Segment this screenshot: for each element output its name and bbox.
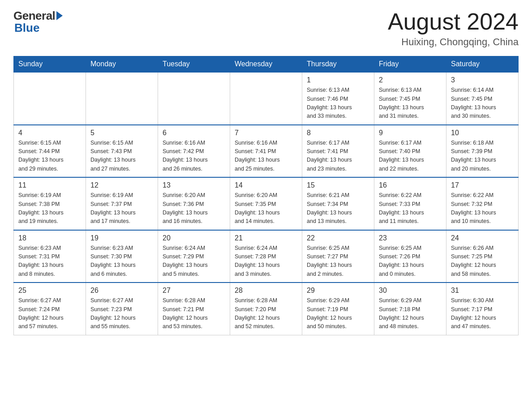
day-info: Sunrise: 6:20 AMSunset: 7:36 PMDaylight:… (163, 191, 225, 226)
calendar-cell: 31Sunrise: 6:30 AMSunset: 7:17 PMDayligh… (446, 283, 519, 335)
calendar-cell (158, 72, 230, 125)
calendar-cell: 16Sunrise: 6:22 AMSunset: 7:33 PMDayligh… (374, 177, 446, 230)
day-number: 30 (379, 287, 442, 295)
calendar-cell: 25Sunrise: 6:27 AMSunset: 7:24 PMDayligh… (14, 283, 86, 335)
day-info: Sunrise: 6:27 AMSunset: 7:23 PMDaylight:… (90, 296, 153, 331)
weekday-header-sunday: Sunday (14, 56, 86, 73)
day-info: Sunrise: 6:22 AMSunset: 7:32 PMDaylight:… (451, 191, 514, 226)
calendar-cell: 12Sunrise: 6:19 AMSunset: 7:37 PMDayligh… (86, 177, 158, 230)
day-info: Sunrise: 6:28 AMSunset: 7:21 PMDaylight:… (163, 296, 225, 331)
calendar-cell: 24Sunrise: 6:26 AMSunset: 7:25 PMDayligh… (446, 230, 519, 283)
weekday-header-tuesday: Tuesday (158, 56, 230, 73)
day-number: 15 (307, 181, 369, 189)
calendar-cell: 23Sunrise: 6:25 AMSunset: 7:26 PMDayligh… (374, 230, 446, 283)
day-number: 14 (235, 181, 297, 189)
day-info: Sunrise: 6:18 AMSunset: 7:39 PMDaylight:… (451, 139, 514, 174)
day-info: Sunrise: 6:28 AMSunset: 7:20 PMDaylight:… (235, 296, 297, 331)
calendar-cell: 3Sunrise: 6:14 AMSunset: 7:45 PMDaylight… (446, 72, 519, 125)
calendar-cell: 10Sunrise: 6:18 AMSunset: 7:39 PMDayligh… (446, 125, 519, 178)
day-info: Sunrise: 6:23 AMSunset: 7:31 PMDaylight:… (18, 244, 81, 279)
weekday-header-thursday: Thursday (302, 56, 374, 73)
day-number: 1 (307, 76, 369, 84)
day-info: Sunrise: 6:26 AMSunset: 7:25 PMDaylight:… (451, 244, 514, 279)
calendar-cell: 26Sunrise: 6:27 AMSunset: 7:23 PMDayligh… (86, 283, 158, 335)
day-info: Sunrise: 6:17 AMSunset: 7:40 PMDaylight:… (379, 139, 442, 174)
calendar-cell: 29Sunrise: 6:29 AMSunset: 7:19 PMDayligh… (302, 283, 374, 335)
calendar-cell: 20Sunrise: 6:24 AMSunset: 7:29 PMDayligh… (158, 230, 230, 283)
day-number: 22 (307, 234, 369, 242)
day-info: Sunrise: 6:17 AMSunset: 7:41 PMDaylight:… (307, 139, 369, 174)
calendar-cell: 14Sunrise: 6:20 AMSunset: 7:35 PMDayligh… (230, 177, 302, 230)
day-number: 11 (18, 181, 81, 189)
calendar-cell: 7Sunrise: 6:16 AMSunset: 7:41 PMDaylight… (230, 125, 302, 178)
day-info: Sunrise: 6:23 AMSunset: 7:30 PMDaylight:… (90, 244, 153, 279)
calendar-table: SundayMondayTuesdayWednesdayThursdayFrid… (13, 56, 519, 335)
day-number: 8 (307, 129, 369, 137)
day-number: 21 (235, 234, 297, 242)
day-number: 18 (18, 234, 81, 242)
weekday-header-saturday: Saturday (446, 56, 519, 73)
calendar-cell: 1Sunrise: 6:13 AMSunset: 7:46 PMDaylight… (302, 72, 374, 125)
day-number: 7 (235, 129, 297, 137)
calendar-cell (14, 72, 86, 125)
calendar-cell: 18Sunrise: 6:23 AMSunset: 7:31 PMDayligh… (14, 230, 86, 283)
weekday-header-friday: Friday (374, 56, 446, 73)
day-number: 2 (379, 76, 442, 84)
calendar-cell (230, 72, 302, 125)
day-info: Sunrise: 6:19 AMSunset: 7:37 PMDaylight:… (90, 191, 153, 226)
day-info: Sunrise: 6:29 AMSunset: 7:18 PMDaylight:… (379, 296, 442, 331)
calendar-cell: 2Sunrise: 6:13 AMSunset: 7:45 PMDaylight… (374, 72, 446, 125)
day-info: Sunrise: 6:30 AMSunset: 7:17 PMDaylight:… (451, 296, 514, 331)
logo: General Blue (13, 9, 63, 35)
page-header: General Blue August 2024 Huixing, Chongq… (13, 9, 519, 48)
day-number: 16 (379, 181, 442, 189)
day-number: 28 (235, 287, 297, 295)
day-number: 27 (163, 287, 225, 295)
day-number: 4 (18, 129, 81, 137)
month-year-title: August 2024 (388, 9, 519, 34)
day-number: 6 (163, 129, 225, 137)
day-number: 13 (163, 181, 225, 189)
calendar-cell: 15Sunrise: 6:21 AMSunset: 7:34 PMDayligh… (302, 177, 374, 230)
calendar-cell: 30Sunrise: 6:29 AMSunset: 7:18 PMDayligh… (374, 283, 446, 335)
calendar-cell: 21Sunrise: 6:24 AMSunset: 7:28 PMDayligh… (230, 230, 302, 283)
day-info: Sunrise: 6:19 AMSunset: 7:38 PMDaylight:… (18, 191, 81, 226)
calendar-cell: 28Sunrise: 6:28 AMSunset: 7:20 PMDayligh… (230, 283, 302, 335)
calendar-cell: 8Sunrise: 6:17 AMSunset: 7:41 PMDaylight… (302, 125, 374, 178)
calendar-week-row: 4Sunrise: 6:15 AMSunset: 7:44 PMDaylight… (14, 125, 519, 178)
day-number: 26 (90, 287, 153, 295)
title-block: August 2024 Huixing, Chongqing, China (388, 9, 519, 48)
day-info: Sunrise: 6:24 AMSunset: 7:28 PMDaylight:… (235, 244, 297, 279)
day-number: 5 (90, 129, 153, 137)
weekday-header-wednesday: Wednesday (230, 56, 302, 73)
day-info: Sunrise: 6:29 AMSunset: 7:19 PMDaylight:… (307, 296, 369, 331)
location-text: Huixing, Chongqing, China (388, 36, 519, 48)
day-number: 10 (451, 129, 514, 137)
calendar-cell: 9Sunrise: 6:17 AMSunset: 7:40 PMDaylight… (374, 125, 446, 178)
calendar-cell: 27Sunrise: 6:28 AMSunset: 7:21 PMDayligh… (158, 283, 230, 335)
calendar-cell (86, 72, 158, 125)
calendar-week-row: 18Sunrise: 6:23 AMSunset: 7:31 PMDayligh… (14, 230, 519, 283)
calendar-week-row: 1Sunrise: 6:13 AMSunset: 7:46 PMDaylight… (14, 72, 519, 125)
calendar-cell: 4Sunrise: 6:15 AMSunset: 7:44 PMDaylight… (14, 125, 86, 178)
day-info: Sunrise: 6:13 AMSunset: 7:46 PMDaylight:… (307, 86, 369, 121)
day-info: Sunrise: 6:24 AMSunset: 7:29 PMDaylight:… (163, 244, 225, 279)
day-number: 20 (163, 234, 225, 242)
calendar-cell: 19Sunrise: 6:23 AMSunset: 7:30 PMDayligh… (86, 230, 158, 283)
day-info: Sunrise: 6:14 AMSunset: 7:45 PMDaylight:… (451, 86, 514, 121)
day-info: Sunrise: 6:15 AMSunset: 7:44 PMDaylight:… (18, 139, 81, 174)
calendar-week-row: 25Sunrise: 6:27 AMSunset: 7:24 PMDayligh… (14, 283, 519, 335)
calendar-cell: 11Sunrise: 6:19 AMSunset: 7:38 PMDayligh… (14, 177, 86, 230)
day-number: 12 (90, 181, 153, 189)
day-number: 29 (307, 287, 369, 295)
day-number: 31 (451, 287, 514, 295)
day-number: 23 (379, 234, 442, 242)
day-info: Sunrise: 6:13 AMSunset: 7:45 PMDaylight:… (379, 86, 442, 121)
day-info: Sunrise: 6:16 AMSunset: 7:41 PMDaylight:… (235, 139, 297, 174)
day-info: Sunrise: 6:22 AMSunset: 7:33 PMDaylight:… (379, 191, 442, 226)
calendar-cell: 17Sunrise: 6:22 AMSunset: 7:32 PMDayligh… (446, 177, 519, 230)
day-number: 17 (451, 181, 514, 189)
day-number: 24 (451, 234, 514, 242)
day-number: 19 (90, 234, 153, 242)
day-info: Sunrise: 6:25 AMSunset: 7:27 PMDaylight:… (307, 244, 369, 279)
